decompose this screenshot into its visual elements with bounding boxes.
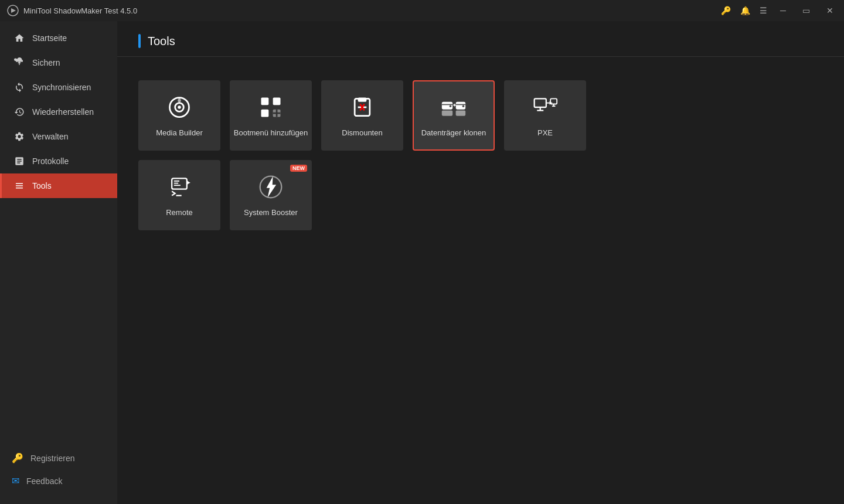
sync-icon (13, 81, 25, 93)
pxe-icon (531, 93, 559, 121)
sidebar-item-synchronisieren[interactable]: Synchronisieren (0, 75, 117, 100)
titlebar-left: MiniTool ShadowMaker Test 4.5.0 (7, 5, 137, 16)
media-builder-icon (165, 93, 193, 121)
log-icon (13, 155, 25, 167)
sidebar-item-protokolle[interactable]: Protokolle (0, 149, 117, 173)
tool-card-bootmenu[interactable]: Bootmenü hinzufügen (230, 80, 312, 151)
maximize-button[interactable]: ▭ (799, 6, 814, 15)
svg-rect-24 (535, 99, 546, 108)
sidebar-label-protokolle: Protokolle (32, 156, 69, 166)
manage-icon (13, 131, 25, 142)
sidebar-item-verwalten[interactable]: Verwalten (0, 124, 117, 149)
tool-card-remote[interactable]: Remote (138, 160, 220, 230)
svg-rect-6 (273, 98, 281, 105)
sidebar-label-startseite: Startseite (32, 33, 67, 43)
tool-card-media-builder[interactable]: Media Builder (138, 80, 220, 151)
tool-card-dismounten[interactable]: Dismounten (321, 80, 403, 151)
tool-label-bootmenu: Bootmenü hinzufügen (234, 128, 308, 138)
remote-icon (165, 173, 193, 201)
svg-point-21 (462, 105, 465, 108)
clone-icon (440, 93, 468, 121)
app-title: MiniTool ShadowMaker Test 4.5.0 (23, 6, 137, 15)
sidebar: Startseite Sichern Synchronisieren Wiede… (0, 21, 117, 504)
tools-grid: Media Builder Bootmenü hinzufügen (117, 57, 844, 254)
sidebar-label-verwalten: Verwalten (32, 132, 68, 141)
key-header-icon[interactable]: 🔑 (721, 6, 731, 15)
page-title: Tools (148, 35, 175, 48)
tool-card-system-booster[interactable]: NEW System Booster (230, 160, 312, 230)
bootmenu-icon (257, 93, 285, 121)
sidebar-item-sichern[interactable]: Sichern (0, 50, 117, 75)
title-accent-bar (138, 34, 141, 48)
titlebar-right: 🔑 🔔 ☰ ─ ▭ ✕ (721, 6, 837, 15)
sidebar-item-tools[interactable]: Tools (0, 173, 117, 198)
tool-card-pxe[interactable]: PXE (504, 80, 586, 151)
svg-rect-23 (456, 111, 466, 116)
nav-items: Startseite Sichern Synchronisieren Wiede… (0, 21, 117, 437)
sidebar-label-wiederherstellen: Wiederherstellen (32, 107, 94, 117)
tool-card-datentraeger-klonen[interactable]: Datenträger klonen (413, 80, 495, 151)
svg-marker-1 (11, 8, 16, 13)
key-icon: 🔑 (12, 452, 23, 464)
new-badge: NEW (290, 165, 307, 172)
svg-rect-22 (442, 111, 452, 116)
nav-bottom: 🔑 Registrieren ✉ Feedback (0, 437, 117, 504)
svg-point-4 (178, 105, 181, 109)
dismount-icon (348, 93, 376, 121)
tools-icon (13, 180, 25, 192)
booster-icon (257, 173, 285, 201)
tool-label-dismounten: Dismounten (342, 128, 382, 138)
minimize-button[interactable]: ─ (777, 6, 789, 15)
tool-label-media-builder: Media Builder (156, 128, 203, 138)
svg-rect-20 (456, 104, 466, 105)
content-area: Tools Media Builder (117, 21, 844, 504)
close-button[interactable]: ✕ (823, 6, 837, 15)
sidebar-item-feedback[interactable]: ✉ Feedback (0, 469, 117, 492)
backup-icon (13, 57, 25, 69)
titlebar: MiniTool ShadowMaker Test 4.5.0 🔑 🔔 ☰ ─ … (0, 0, 844, 21)
tool-label-system-booster: System Booster (244, 208, 298, 217)
mail-icon: ✉ (12, 475, 19, 486)
svg-point-18 (450, 105, 452, 108)
tool-label-datentraeger-klonen: Datenträger klonen (421, 128, 486, 138)
sidebar-item-startseite[interactable]: Startseite (0, 26, 117, 50)
svg-rect-17 (442, 104, 452, 105)
sidebar-label-sichern: Sichern (32, 58, 60, 67)
sidebar-label-tools: Tools (32, 181, 52, 190)
sidebar-label-registrieren: Registrieren (30, 454, 74, 463)
svg-rect-12 (358, 98, 367, 102)
home-icon (13, 32, 25, 44)
sidebar-label-synchronisieren: Synchronisieren (32, 83, 91, 92)
svg-rect-5 (261, 98, 269, 105)
menu-icon[interactable]: ☰ (760, 6, 767, 15)
svg-rect-7 (261, 110, 269, 117)
restore-icon (13, 106, 25, 118)
sidebar-label-feedback: Feedback (26, 476, 62, 486)
sidebar-item-registrieren[interactable]: 🔑 Registrieren (0, 447, 117, 469)
main-layout: Startseite Sichern Synchronisieren Wiede… (0, 21, 844, 504)
tool-label-pxe: PXE (537, 128, 553, 138)
app-logo-icon (7, 5, 19, 16)
sidebar-item-wiederherstellen[interactable]: Wiederherstellen (0, 100, 117, 124)
tool-label-remote: Remote (166, 208, 193, 217)
notification-icon[interactable]: 🔔 (740, 6, 750, 15)
content-header: Tools (117, 21, 844, 57)
